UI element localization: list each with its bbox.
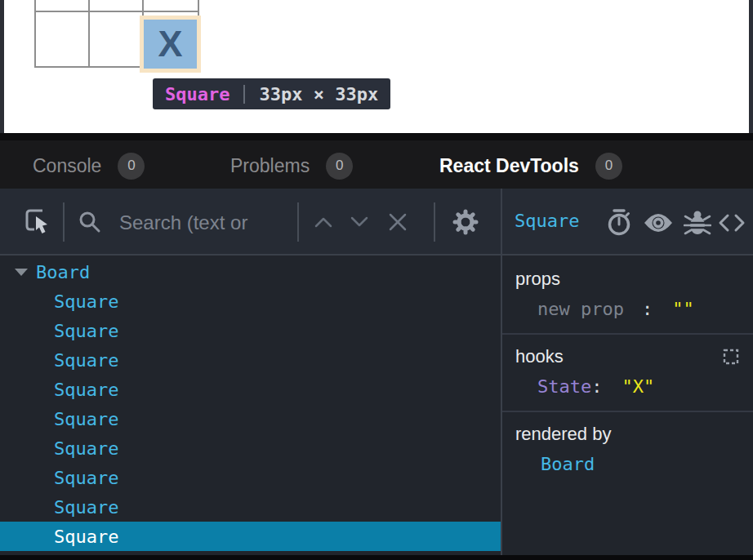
tree-item-square[interactable]: Square — [0, 287, 501, 316]
search-icon — [78, 210, 102, 234]
search-next-chevron-down-icon[interactable] — [350, 216, 369, 229]
panel-resize-divider[interactable] — [501, 189, 502, 555]
tree-item-square[interactable]: Square — [0, 375, 501, 404]
tab[interactable]: Problems 0 — [230, 152, 353, 180]
tab-badge: 0 — [326, 153, 353, 180]
board-cell[interactable] — [36, 12, 90, 66]
tree-item-square[interactable]: Square — [0, 492, 501, 522]
inspect-size-tooltip: Square 33px × 33px — [153, 78, 390, 109]
tree-item-label: Square — [54, 350, 118, 371]
tree-item-label: Square — [54, 438, 118, 459]
toolbar-divider — [434, 202, 435, 242]
toolbar-divider — [63, 202, 65, 242]
tree-item-label: Square — [54, 321, 118, 341]
tree-children: Square Square Square Square — [0, 287, 501, 551]
tab-list: Console 0 Problems 0 React DevTools 0 — [0, 133, 753, 189]
inspected-page: X Square 33px × 33px — [0, 0, 753, 133]
tree-item-label: Square — [54, 468, 118, 488]
tree-item-label: Square — [54, 497, 118, 518]
highlighted-square[interactable]: X — [144, 20, 197, 69]
inspect-element-icon[interactable] — [22, 206, 51, 237]
tree-item-label: Square — [54, 380, 118, 400]
props-rows: new prop : "" — [515, 299, 740, 319]
tree-item-square[interactable]: Square — [0, 463, 501, 492]
toolbar-divider — [297, 202, 299, 242]
tree-item-label: Board — [36, 262, 90, 282]
rendered-by-link[interactable]: Board — [541, 454, 595, 474]
tooltip-divider — [243, 85, 245, 104]
window-edge-right — [749, 0, 753, 133]
props-section: props new prop : "" — [502, 257, 753, 335]
tab-label: Problems — [230, 155, 310, 177]
hook-value[interactable]: "X" — [622, 376, 654, 397]
prop-value[interactable]: "" — [672, 299, 694, 319]
tooltip-dimensions: 33px × 33px — [259, 84, 378, 104]
rendered-by-section: rendered by Board — [502, 412, 753, 488]
window-bottom-edge — [0, 555, 753, 560]
expander-triangle-icon[interactable] — [15, 269, 28, 276]
tree-item-board[interactable]: Board — [0, 257, 501, 287]
tree-item-label: Square — [54, 527, 118, 547]
tab-badge: 0 — [118, 153, 145, 180]
view-source-code-icon[interactable] — [718, 212, 746, 233]
rendered-by-list: Board — [515, 454, 740, 474]
debug-bug-icon[interactable] — [684, 208, 711, 238]
board-cell[interactable] — [36, 0, 90, 12]
tab-label: React DevTools — [439, 155, 579, 177]
parse-hook-names-icon[interactable] — [722, 348, 740, 366]
hook-name: State — [537, 376, 591, 397]
hooks-section: hooks State : "X" — [502, 335, 753, 412]
hook-state-row[interactable]: State : "X" — [515, 376, 740, 397]
devtools-toolbar — [0, 189, 753, 256]
devtools-tab-bar: Console 0 Problems 0 React DevTools 0 — [0, 133, 753, 189]
rendered-by-title: rendered by — [515, 424, 611, 445]
window-edge-left — [0, 0, 4, 133]
tab-label: Console — [33, 155, 101, 177]
clear-search-icon[interactable] — [387, 211, 408, 233]
react-devtools-panel: Square — [0, 189, 753, 555]
prop-key[interactable]: new prop — [537, 299, 624, 319]
hooks-section-title: hooks — [515, 346, 564, 367]
hooks-rows: State : "X" — [515, 376, 740, 397]
key-value-separator: : — [591, 376, 602, 397]
tab[interactable]: React DevTools 0 — [439, 152, 622, 180]
suspend-stopwatch-icon[interactable] — [606, 208, 632, 238]
tree-item-square[interactable]: Square — [0, 433, 501, 463]
board-cell[interactable] — [90, 12, 144, 66]
tree-item-square[interactable]: Square — [0, 522, 501, 551]
tooltip-component-name: Square — [165, 84, 229, 104]
screenshot-root: X Square 33px × 33px Console 0 Problems … — [0, 0, 753, 560]
inspect-dom-eye-icon[interactable] — [643, 212, 674, 233]
tree-item-square[interactable]: Square — [0, 404, 501, 433]
search-prev-chevron-up-icon[interactable] — [314, 216, 333, 229]
tree-item-label: Square — [54, 291, 118, 312]
new-prop-row[interactable]: new prop : "" — [515, 299, 740, 319]
inspector-selected-component: Square — [515, 211, 579, 231]
settings-gear-icon[interactable] — [450, 207, 481, 238]
key-value-separator: : — [642, 299, 653, 319]
tree-item-square[interactable]: Square — [0, 345, 501, 375]
tab-badge: 0 — [595, 153, 622, 180]
tab[interactable]: Console 0 — [33, 152, 145, 180]
search-input[interactable] — [119, 208, 291, 238]
tree-item-square[interactable]: Square — [0, 316, 501, 345]
component-tree: Board Square Square Square — [0, 257, 501, 555]
inspect-highlight-overlay: X — [140, 16, 201, 73]
rendered-by-item: Board — [515, 454, 740, 474]
inspector-pane: props new prop : "" hooks — [502, 257, 753, 555]
board-cell[interactable] — [90, 0, 144, 12]
tree-item-label: Square — [54, 409, 118, 429]
board-cell[interactable] — [144, 0, 198, 12]
props-section-title: props — [515, 269, 560, 290]
